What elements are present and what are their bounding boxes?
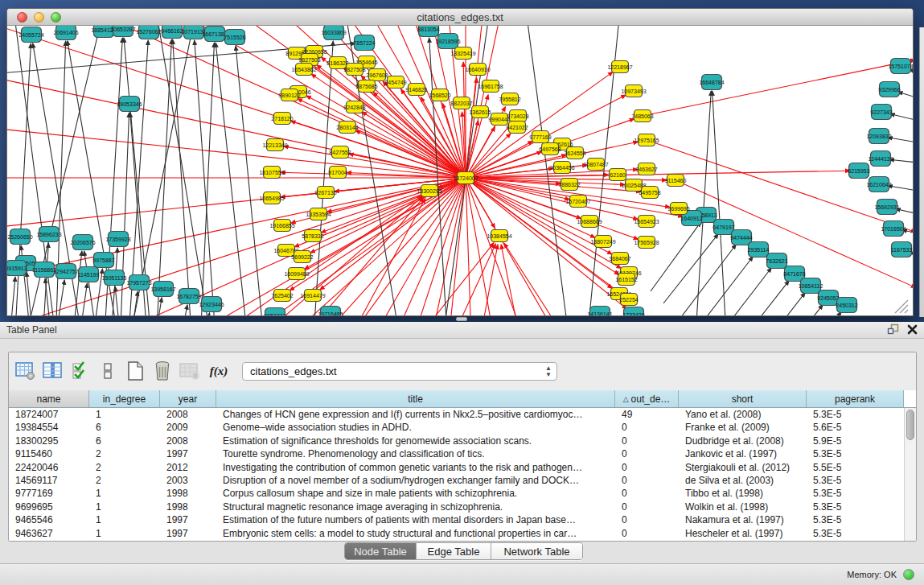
cell-pagerank[interactable]: 5.5E-5	[807, 461, 904, 474]
cell-short[interactable]: Hescheler et al. (1997)	[679, 527, 807, 540]
graph-edge[interactable]	[216, 43, 248, 315]
scrollbar-thumb[interactable]	[906, 410, 914, 440]
cell-short[interactable]: Franke et al. (2009)	[679, 421, 807, 434]
cell-title[interactable]: Corpus callosum shape and size in male p…	[216, 487, 615, 500]
graph-edge[interactable]	[751, 293, 805, 315]
table-options-button[interactable]	[14, 360, 38, 382]
network-canvas[interactable]: 2405572420691406188541291065328715276062…	[7, 26, 913, 315]
column-header-out_degree[interactable]: △out_de…	[615, 390, 679, 407]
cell-out_degree[interactable]: 0	[615, 461, 679, 474]
cell-name[interactable]: 9465546	[9, 513, 89, 526]
cell-in_degree[interactable]: 1	[89, 527, 160, 540]
cell-year[interactable]: 1997	[160, 447, 216, 460]
cell-short[interactable]: Stergiakouli et al. (2012)	[679, 461, 807, 474]
table-row[interactable]: 2242004622012Investigating the contribut…	[9, 461, 904, 474]
graph-edge[interactable]	[890, 114, 913, 124]
cell-pagerank[interactable]: 5.3E-5	[807, 447, 904, 460]
cell-in_degree[interactable]: 1	[89, 501, 160, 513]
cell-short[interactable]: Tibbo et al. (1998)	[679, 487, 807, 500]
table-row[interactable]: 1938455462009Genome–wide association stu…	[9, 421, 904, 434]
close-panel-button[interactable]	[907, 324, 918, 335]
cell-title[interactable]: Estimation of the future numbers of pati…	[216, 513, 615, 526]
cell-year[interactable]: 1997	[160, 513, 216, 526]
column-header-in_degree[interactable]: in_degree	[89, 390, 160, 407]
cell-in_degree[interactable]: 2	[89, 474, 160, 487]
cell-name[interactable]: 9463627	[9, 527, 89, 540]
cell-name[interactable]: 18300295	[9, 435, 89, 447]
graph-edge[interactable]	[663, 234, 718, 303]
cell-short[interactable]: Wolkin et al. (1998)	[679, 501, 807, 513]
table-row[interactable]: 1830029562008Estimation of significance …	[9, 435, 904, 447]
cell-out_degree[interactable]: 0	[615, 447, 679, 460]
table-selector-dropdown[interactable]: citations_edges.txt ▲▼	[242, 362, 557, 381]
table-row[interactable]: 977716911998Corpus callosum shape and si…	[9, 487, 904, 500]
table-row[interactable]: 911546021997Tourette syndrome. Phenomeno…	[9, 447, 904, 460]
cell-pagerank[interactable]: 5.3E-5	[807, 408, 904, 421]
column-header-pagerank[interactable]: pagerank	[807, 390, 904, 407]
graph-edge[interactable]	[200, 43, 214, 315]
cell-title[interactable]: Disruption of a novel member of a sodium…	[216, 474, 615, 487]
cell-title[interactable]: Genome–wide association studies in ADHD.	[216, 421, 615, 434]
cell-title[interactable]: Estimation of significance thresholds fo…	[216, 435, 615, 447]
cell-out_degree[interactable]: 0	[615, 487, 679, 500]
graph-edge[interactable]	[651, 222, 701, 291]
cell-title[interactable]: Tourette syndrome. Phenomenology and cla…	[216, 447, 615, 460]
cell-pagerank[interactable]: 5.3E-5	[807, 474, 904, 487]
graph-edge-selected[interactable]	[466, 121, 478, 178]
graph-edge[interactable]	[769, 305, 823, 315]
cell-title[interactable]: Embryonic stem cells: a model to study s…	[216, 527, 615, 540]
graph-edge[interactable]	[9, 277, 15, 315]
graph-edge[interactable]	[713, 91, 727, 315]
graph-edge[interactable]	[179, 305, 187, 315]
cell-year[interactable]: 2008	[160, 408, 216, 421]
table-row[interactable]: 1872400712008Changes of HCN gene express…	[9, 408, 904, 421]
cell-year[interactable]: 2008	[160, 435, 216, 447]
tab-network-table[interactable]: Network Table	[491, 543, 582, 559]
graph-edge[interactable]	[128, 26, 195, 315]
cell-name[interactable]: 14569117	[9, 474, 89, 487]
table-row[interactable]: 969969511998Structural magnetic resonanc…	[9, 501, 904, 513]
cell-out_degree[interactable]: 0	[615, 513, 679, 526]
cell-year[interactable]: 2003	[160, 474, 216, 487]
graph-edge-selected[interactable]	[466, 134, 511, 178]
cell-in_degree[interactable]: 2	[89, 447, 160, 460]
table-vertical-scrollbar[interactable]	[904, 408, 916, 541]
show-selected-button[interactable]	[68, 360, 92, 382]
show-columns-button[interactable]	[41, 360, 65, 382]
cell-in_degree[interactable]: 1	[89, 408, 160, 421]
graph-edge[interactable]	[695, 91, 711, 315]
graph-edge[interactable]	[124, 38, 152, 315]
tab-edge-table[interactable]: Edge Table	[417, 543, 491, 559]
graph-edge[interactable]	[78, 283, 87, 315]
cell-name[interactable]: 19384554	[9, 421, 89, 434]
cell-in_degree[interactable]: 6	[89, 421, 160, 434]
cell-pagerank[interactable]: 5.6E-5	[807, 421, 904, 434]
network-window-titlebar[interactable]: citations_edges.txt	[7, 9, 913, 26]
delete-column-button[interactable]	[150, 360, 175, 382]
cell-year[interactable]: 2009	[160, 421, 216, 434]
cell-title[interactable]: Investigating the contribution of common…	[216, 461, 615, 474]
column-header-year[interactable]: year	[160, 390, 216, 407]
cell-short[interactable]: Dudbridge et al. (2008)	[679, 435, 807, 447]
cell-name[interactable]: 9777169	[9, 487, 89, 500]
cell-in_degree[interactable]: 1	[89, 513, 160, 526]
cell-name[interactable]: 9699695	[9, 501, 89, 513]
cell-year[interactable]: 1998	[160, 487, 216, 500]
graph-edge-selected[interactable]	[466, 178, 913, 315]
resize-grip[interactable]	[905, 310, 908, 313]
graph-edge[interactable]	[202, 313, 210, 315]
tab-node-table[interactable]: Node Table	[345, 543, 417, 559]
cell-pagerank[interactable]: 5.3E-5	[807, 501, 904, 513]
graph-edge-selected[interactable]	[504, 243, 570, 315]
row-mode-button[interactable]	[96, 360, 120, 382]
column-header-title[interactable]: title	[216, 390, 615, 407]
cell-year[interactable]: 1997	[160, 527, 216, 540]
column-header-name[interactable]: name	[9, 390, 89, 407]
graph-edge-selected[interactable]	[40, 26, 466, 178]
float-panel-button[interactable]	[887, 323, 899, 335]
graph-edge[interactable]	[898, 92, 913, 102]
network-view-window[interactable]: citations_edges.txt 24055724206914061885…	[6, 8, 914, 316]
function-builder-button[interactable]: f(x)	[205, 365, 232, 378]
table-row[interactable]: 946554611997Estimation of the future num…	[9, 513, 904, 526]
cell-out_degree[interactable]: 0	[615, 474, 679, 487]
